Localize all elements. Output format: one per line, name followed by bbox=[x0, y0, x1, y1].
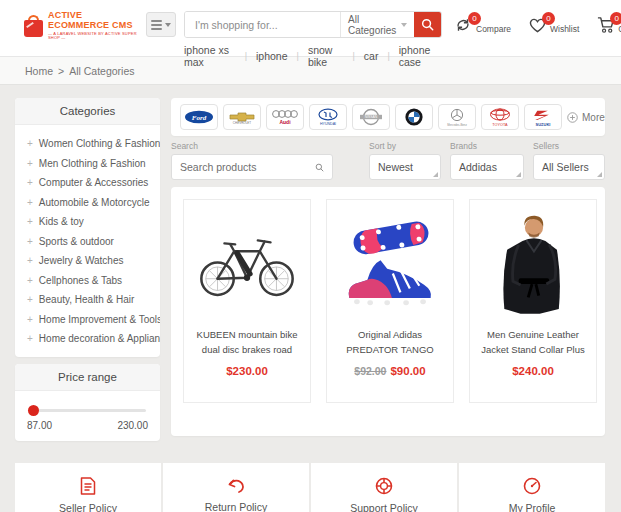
compare-count-badge: 0 bbox=[468, 12, 481, 25]
brand-hyundai-logo[interactable]: HYUNDAI bbox=[309, 104, 347, 130]
sidebar-item-jewelry[interactable]: +Jewelry & Watches bbox=[27, 251, 148, 271]
my-profile-link[interactable]: My Profile bbox=[459, 463, 605, 512]
logo-tagline: — A LARAVEL WEBSITE BY ACTIVE SUPER SHOP… bbox=[48, 32, 142, 41]
product-title: Men Genuine Leather Jacket Stand Collar … bbox=[476, 328, 590, 358]
chevrolet-logo-icon: CHEVROLET bbox=[227, 109, 257, 125]
product-image-jacket bbox=[476, 208, 590, 320]
sidebar-item-sports[interactable]: +Sports & outdoor bbox=[27, 232, 148, 252]
hyundai-logo-icon: HYUNDAI bbox=[314, 108, 342, 126]
filter-brands-label: Brands bbox=[450, 141, 524, 151]
filter-sortby-label: Sort by bbox=[369, 141, 441, 151]
header-search-group: All Categories bbox=[184, 11, 442, 38]
logo-title: ACTIVE ECOMMERCE CMS bbox=[48, 11, 142, 31]
nav-link-iphone-case[interactable]: iphone case bbox=[399, 44, 442, 68]
categories-card: Categories +Women Clothing & Fashion +Me… bbox=[15, 98, 160, 357]
sidebar-item-home-improvement[interactable]: +Home Improvement & Tools bbox=[27, 310, 148, 330]
product-price: $92.00$90.00 bbox=[333, 365, 447, 377]
price-range-card: Price range 87.00 230.00 bbox=[15, 364, 160, 441]
brand-mercedes-logo[interactable]: Mercedes-Benz bbox=[438, 104, 476, 130]
sidebar-item-computer[interactable]: +Computer & Accessories bbox=[27, 173, 148, 193]
compare-button[interactable]: 0 Compare bbox=[454, 16, 511, 35]
plus-icon: + bbox=[27, 255, 33, 266]
brand-ford-logo[interactable]: Ford bbox=[180, 104, 218, 130]
brand-toyota-logo[interactable]: TOYOTA bbox=[481, 104, 519, 130]
magnifier-icon bbox=[421, 18, 434, 31]
sort-by-select[interactable]: Newest bbox=[369, 154, 441, 180]
product-title: KUBEEN mountain bike dual disc brakes ro… bbox=[190, 328, 304, 358]
brands-select[interactable]: Addidas bbox=[450, 154, 524, 180]
price-min-value: 87.00 bbox=[27, 420, 52, 431]
support-policy-label: Support Policy bbox=[350, 502, 418, 512]
toyota-logo-icon: TOYOTA bbox=[487, 108, 513, 127]
undo-arrow-icon bbox=[226, 478, 246, 494]
seller-policy-label: Seller Policy bbox=[59, 502, 117, 512]
brand-bmw-logo[interactable] bbox=[395, 104, 433, 130]
bmw-logo-icon bbox=[404, 107, 424, 127]
cart-button[interactable]: 0 Cart bbox=[596, 16, 621, 35]
brand-suzuki-logo[interactable]: SUZUKI bbox=[524, 104, 562, 130]
more-brands-button[interactable]: More bbox=[567, 112, 608, 123]
nav-link-snow-bike[interactable]: snow bike bbox=[308, 44, 344, 68]
sidebar-item-men-clothing[interactable]: +Men Clothing & Fashion bbox=[27, 154, 148, 174]
header: ACTIVE ECOMMERCE CMS — A LARAVEL WEBSITE… bbox=[0, 0, 621, 57]
chevron-down-icon bbox=[401, 23, 407, 27]
products-panel: KUBEEN mountain bike dual disc brakes ro… bbox=[171, 187, 605, 436]
brand-nissan-logo[interactable]: NISSAN bbox=[352, 104, 390, 130]
sidebar-item-kids-toy[interactable]: +Kids & toy bbox=[27, 212, 148, 232]
wishlist-button[interactable]: 0 Wishlist bbox=[528, 16, 579, 35]
product-price: $230.00 bbox=[190, 365, 304, 377]
support-policy-link[interactable]: Support Policy bbox=[311, 463, 457, 512]
select-corner-icon bbox=[516, 172, 521, 177]
price-range-slider[interactable] bbox=[29, 409, 146, 412]
content-column: Ford CHEVROLET Audi bbox=[171, 98, 605, 441]
product-image-boots bbox=[333, 208, 447, 320]
svg-text:Ford: Ford bbox=[192, 114, 207, 122]
search-category-value: All Categories bbox=[348, 14, 401, 36]
man-leather-jacket-image bbox=[490, 212, 576, 316]
quick-links-nav: iphone xs max | iphone | snow bike | car… bbox=[184, 44, 442, 68]
breadcrumb-home[interactable]: Home bbox=[25, 65, 53, 77]
compare-label: Compare bbox=[476, 24, 511, 35]
site-logo[interactable]: ACTIVE ECOMMERCE CMS — A LARAVEL WEBSITE… bbox=[24, 11, 142, 41]
category-menu-button[interactable] bbox=[146, 12, 176, 37]
product-old-price: $92.00 bbox=[354, 365, 386, 377]
nav-link-iphone[interactable]: iphone bbox=[256, 50, 288, 62]
return-policy-link[interactable]: Return Policy bbox=[163, 463, 309, 512]
plus-icon: + bbox=[27, 158, 33, 169]
lifebuoy-icon bbox=[375, 477, 393, 495]
sidebar-item-home-decoration[interactable]: +Home decoration & Appliance bbox=[27, 329, 148, 349]
clock-icon bbox=[523, 477, 541, 495]
nav-link-iphone-xs-max[interactable]: iphone xs max bbox=[184, 44, 236, 68]
brand-chevrolet-logo[interactable]: CHEVROLET bbox=[223, 104, 261, 130]
product-card-leather-jacket[interactable]: Men Genuine Leather Jacket Stand Collar … bbox=[469, 199, 597, 403]
seller-policy-link[interactable]: Seller Policy bbox=[15, 463, 161, 512]
main-content: Categories +Women Clothing & Fashion +Me… bbox=[0, 85, 621, 441]
document-icon bbox=[80, 477, 96, 495]
plus-icon: + bbox=[27, 138, 33, 149]
sidebar-item-cellphones[interactable]: +Cellphones & Tabs bbox=[27, 271, 148, 291]
sellers-select[interactable]: All Sellers bbox=[533, 154, 605, 180]
product-card-bike[interactable]: KUBEEN mountain bike dual disc brakes ro… bbox=[183, 199, 311, 403]
sidebar-item-automobile[interactable]: +Automobile & Motorcycle bbox=[27, 193, 148, 213]
svg-text:SUZUKI: SUZUKI bbox=[536, 121, 551, 126]
breadcrumb-separator: > bbox=[58, 65, 64, 77]
hamburger-menu-icon bbox=[151, 20, 162, 30]
price-slider-handle[interactable] bbox=[28, 405, 39, 416]
mercedes-benz-logo-icon: Mercedes-Benz bbox=[446, 108, 468, 127]
sidebar-item-beauty[interactable]: +Beauty, Health & Hair bbox=[27, 290, 148, 310]
filter-search-input[interactable] bbox=[180, 161, 315, 173]
sidebar-item-women-clothing[interactable]: +Women Clothing & Fashion bbox=[27, 134, 148, 154]
brand-audi-logo[interactable]: Audi bbox=[266, 104, 304, 130]
brands-value: Addidas bbox=[459, 161, 497, 173]
nav-link-car[interactable]: car bbox=[364, 50, 379, 62]
search-input[interactable] bbox=[185, 12, 340, 37]
chevron-down-icon bbox=[165, 23, 171, 27]
search-category-select[interactable]: All Categories bbox=[340, 12, 414, 37]
search-button[interactable] bbox=[414, 12, 441, 37]
plus-icon: + bbox=[27, 177, 33, 188]
product-card-adidas-boots[interactable]: Original Adidas PREDATOR TANGO Men's Foo… bbox=[326, 199, 454, 403]
product-image-bike bbox=[190, 208, 304, 320]
plus-icon: + bbox=[27, 294, 33, 305]
svg-text:CHEVROLET: CHEVROLET bbox=[233, 121, 252, 125]
football-boots-image bbox=[338, 214, 442, 314]
